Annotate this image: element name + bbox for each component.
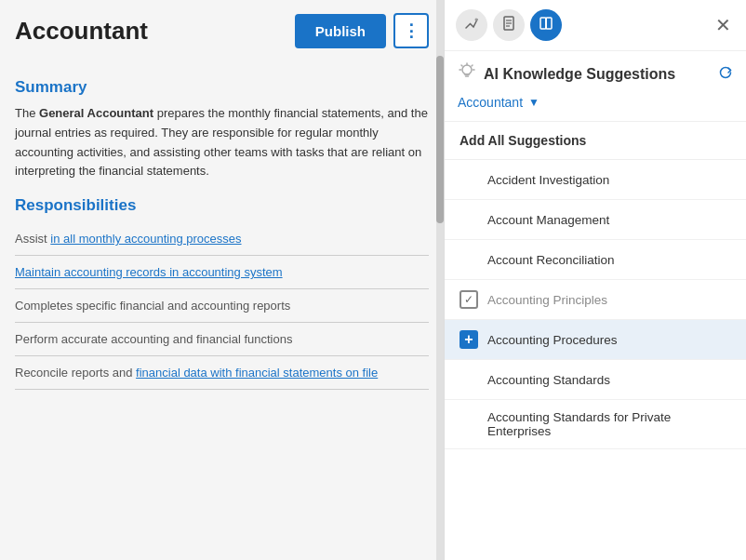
suggestion-item-accounting-standards-private[interactable]: Accounting Standards for Private Enterpr…	[445, 400, 746, 449]
responsibility-link[interactable]: in all monthly accounting processes	[50, 232, 241, 246]
page-title: Accountant	[15, 17, 148, 46]
svg-rect-6	[546, 18, 552, 29]
suggestion-label: Accounting Principles	[487, 293, 607, 307]
suggestion-label: Accounting Procedures	[487, 333, 618, 347]
close-button[interactable]: ✕	[712, 10, 735, 40]
empty-icon	[460, 170, 478, 189]
summary-section-title: Summary	[15, 78, 429, 97]
list-item: Maintain accounting records in accountin…	[15, 256, 429, 289]
left-header: Accountant Publish ⋮	[0, 0, 444, 61]
empty-icon	[460, 210, 478, 229]
header-buttons: Publish ⋮	[295, 13, 429, 48]
suggestion-label: Accounting Standards for Private Enterpr…	[487, 410, 731, 438]
svg-point-8	[462, 65, 472, 74]
refresh-icon[interactable]	[718, 65, 733, 84]
suggestions-container: Add All Suggestions Accident Investigati…	[445, 121, 746, 560]
scrollbar-thumb[interactable]	[436, 56, 444, 223]
svg-line-10	[461, 65, 462, 66]
ai-knowledge-header: AI Knowledge Suggestions	[445, 51, 746, 91]
book-icon	[539, 16, 553, 34]
list-item: Completes specific financial and account…	[15, 289, 429, 323]
responsibility-link[interactable]: financial data with financial statements…	[136, 366, 378, 380]
chevron-down-icon: ▼	[528, 96, 540, 109]
suggestion-item-account-management[interactable]: Account Management	[445, 200, 746, 240]
ai-lightbulb-icon	[458, 62, 476, 86]
empty-icon	[460, 250, 478, 269]
eraser-icon	[464, 16, 479, 34]
svg-line-11	[472, 65, 473, 66]
empty-icon	[460, 415, 478, 433]
book-icon-button[interactable]	[530, 9, 562, 41]
summary-text: The General Accountant prepares the mont…	[15, 104, 429, 181]
ai-knowledge-title: AI Knowledge Suggestions	[484, 66, 711, 83]
suggestion-label: Account Management	[487, 213, 609, 227]
left-panel: Accountant Publish ⋮ Summary The General…	[0, 0, 445, 560]
suggestion-item-account-reconciliation[interactable]: Account Reconciliation	[445, 240, 746, 280]
suggestion-label: Accident Investigation	[487, 173, 609, 187]
suggestion-label: Accounting Standards	[487, 373, 610, 387]
eraser-icon-button[interactable]	[456, 9, 487, 41]
empty-icon	[460, 370, 478, 389]
responsibilities-list: Assist in all monthly accounting process…	[15, 222, 429, 390]
right-top-bar: ✕	[445, 0, 746, 51]
suggestion-item-accounting-standards[interactable]: Accounting Standards	[445, 360, 746, 400]
svg-rect-5	[540, 18, 546, 29]
more-button[interactable]: ⋮	[393, 13, 429, 48]
publish-button[interactable]: Publish	[295, 14, 386, 48]
responsibility-link[interactable]: Maintain accounting records in accountin…	[15, 265, 283, 279]
accountant-dropdown[interactable]: Accountant ▼	[445, 91, 746, 121]
suggestion-item-accident[interactable]: Accident Investigation	[445, 160, 746, 200]
suggestion-item-accounting-principles[interactable]: ✓ Accounting Principles	[445, 280, 746, 320]
more-icon: ⋮	[403, 20, 420, 41]
add-all-suggestions-button[interactable]: Add All Suggestions	[445, 122, 746, 160]
document-icon	[501, 16, 516, 34]
right-panel: ✕ AI Knowledge Suggestions Accountant ▼	[445, 0, 746, 560]
plus-icon: +	[460, 330, 478, 349]
svg-point-0	[475, 19, 478, 21]
list-item: Reconcile reports and financial data wit…	[15, 356, 429, 390]
checkbox-checked-icon: ✓	[460, 290, 478, 309]
suggestion-item-accounting-procedures[interactable]: + Accounting Procedures	[445, 320, 746, 360]
list-item: Assist in all monthly accounting process…	[15, 222, 429, 256]
responsibilities-section-title: Responsibilities	[15, 196, 429, 215]
suggestion-label: Account Reconciliation	[487, 253, 615, 267]
left-content: Summary The General Accountant prepares …	[0, 61, 444, 560]
document-icon-button[interactable]	[493, 9, 525, 41]
accountant-dropdown-label: Accountant	[458, 95, 523, 110]
right-top-icons	[456, 9, 562, 41]
list-item: Perform accurate accounting and financia…	[15, 323, 429, 356]
scrollbar-track	[436, 0, 444, 560]
